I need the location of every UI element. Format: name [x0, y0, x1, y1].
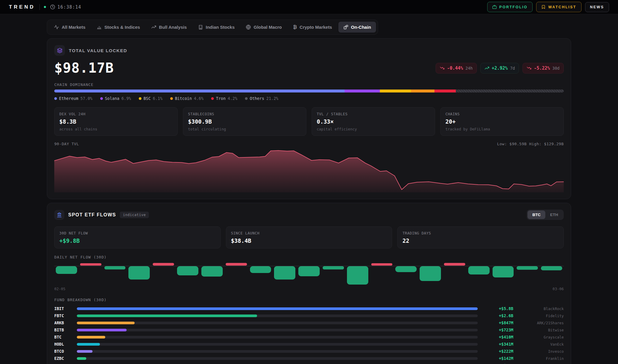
fund-issuer: Invesco [519, 349, 564, 354]
legend-dot [245, 97, 248, 100]
fund-row-bitb: BITB+$723MBitwise [54, 327, 564, 333]
tab-global-macro[interactable]: Global Macro [241, 22, 287, 33]
inflow-bar [468, 266, 490, 274]
tvl-area-fill [54, 151, 564, 192]
stat-card-dex-vol-24h: DEX VOL 24H$8.3Bacross all chains [54, 107, 178, 136]
stat-value: $38.4B [231, 237, 387, 244]
tvl-card: TOTAL VALUE LOCKED $98.17B -0.44%24h+2.9… [47, 38, 571, 199]
inflow-bar [104, 266, 126, 269]
fund-bar-fill [77, 307, 478, 310]
fund-flow-value: +$2.6B [484, 313, 513, 318]
flow-bar-slot [298, 262, 320, 286]
fund-ticker: IBIT [54, 306, 71, 311]
chain-name: Bitcoin [175, 96, 192, 101]
stat-value: +$9.8B [59, 237, 216, 244]
chain-pct: 21.2% [266, 96, 278, 101]
inflow-bar [395, 266, 417, 272]
stat-sub: capital efficiency [317, 127, 430, 131]
toggle-eth[interactable]: ETH [545, 210, 563, 219]
stat-label: TRADING DAYS [402, 231, 559, 235]
news-button[interactable]: NEWS [585, 2, 609, 12]
tab-crypto-markets[interactable]: ₿Crypto Markets [288, 22, 337, 33]
flow-bar-slot [493, 262, 514, 286]
fund-bar-fill [77, 336, 105, 339]
chain-pct: 57.0% [80, 96, 93, 101]
inflow-bar [128, 266, 150, 280]
stat-label: DEX VOL 24H [59, 112, 173, 116]
tab-all-markets[interactable]: All Markets [49, 22, 90, 33]
fund-ticker: BTC [54, 335, 71, 339]
dominance-legend-others: Others21.2% [245, 96, 278, 101]
dominance-legend-solana: Solana6.9% [100, 96, 131, 101]
fund-row-fbtc: FBTC+$2.6BFidelity [54, 313, 564, 319]
fund-flow-value: +$847M [484, 320, 513, 325]
fund-bar-fill [77, 322, 135, 324]
tab-label: Global Macro [254, 25, 282, 30]
bookmark-icon [541, 5, 546, 9]
tab-label: On-Chain [351, 25, 371, 30]
stat-label: STABLECOINS [188, 112, 301, 116]
fund-breakdown-label: FUND BREAKDOWN (30D) [54, 298, 564, 302]
change-value: -0.44% [447, 66, 463, 71]
stat-card-since-launch: SINCE LAUNCH$38.4B [226, 226, 392, 248]
fund-row-ibit: IBIT+$5.8BBlackRock [54, 306, 564, 312]
fund-issuer: Franklin [519, 356, 564, 361]
tab-label: All Markets [62, 25, 85, 30]
flow-bar-slot [226, 262, 247, 286]
legend-dot [139, 97, 141, 100]
tvl-change-badges: -0.44%24h+2.92%7d-5.22%30d [436, 63, 564, 74]
dominance-legend-ethereum: Ethereum57.0% [54, 96, 93, 101]
fund-bar-fill [77, 350, 93, 353]
flow-bar-slot [395, 262, 417, 286]
inflow-bar [56, 266, 77, 274]
dominance-segment-bitcoin [411, 90, 434, 92]
indicative-badge: indicative [120, 212, 149, 218]
tvl-chart-header: 90-DAY TVL Low: $90.59B High: $129.29B [54, 142, 564, 146]
tab-label: Indian Stocks [206, 25, 235, 30]
topbar-left: TREND 16:38:14 [9, 4, 81, 10]
fund-bar-track [77, 329, 478, 331]
activity-icon [54, 25, 59, 30]
etf-stat-cards: 30D NET FLOW+$9.8BSINCE LAUNCH$38.4BTRAD… [54, 226, 564, 248]
trend-up-mini [485, 66, 489, 71]
trend-down-mini [527, 66, 531, 71]
bitcoin-icon: ₿ [293, 25, 297, 30]
watchlist-label: WATCHLIST [548, 5, 576, 9]
fund-bar-track [77, 314, 478, 317]
portfolio-button[interactable]: PORTFOLIO [487, 2, 533, 12]
dominance-legend-bsc: BSC6.1% [139, 96, 163, 101]
flow-bar-slot [104, 262, 126, 286]
topbar-actions: PORTFOLIO WATCHLIST NEWS [487, 2, 609, 12]
chain-name: Tron [216, 96, 226, 101]
brand-logo: TREND [9, 4, 35, 10]
fund-row-ezbc: EZBC+$142MFranklin [54, 355, 564, 361]
flow-bar-slot [541, 262, 562, 286]
tab-indian-stocks[interactable]: Indian Stocks [193, 22, 240, 33]
tab-bull-analysis[interactable]: Bull Analysis [146, 22, 192, 33]
flow-bar-slot [177, 262, 198, 286]
flow-bar-slot [347, 262, 368, 286]
outflow-bar [226, 263, 247, 266]
fund-bar-fill [77, 329, 127, 331]
tab-stocks-indices[interactable]: Stocks & Indices [92, 22, 145, 33]
inflow-bar [323, 266, 344, 269]
live-indicator-dot [44, 6, 46, 8]
trending-up-icon [151, 25, 156, 30]
fund-ticker: EZBC [54, 356, 71, 361]
flow-bar-slot [201, 262, 223, 286]
change-badge-30d: -5.22%30d [523, 63, 564, 74]
daily-net-flow-chart [54, 262, 564, 286]
chain-pct: 6.9% [121, 96, 131, 101]
stat-card-30d-net-flow: 30D NET FLOW+$9.8B [54, 226, 221, 248]
fund-bar-track [77, 336, 478, 339]
inflow-bar [298, 266, 320, 276]
watchlist-button[interactable]: WATCHLIST [536, 2, 581, 12]
stat-value: $300.9B [188, 118, 301, 125]
stat-value: 22 [402, 237, 559, 244]
fund-ticker: FBTC [54, 313, 71, 318]
tab-on-chain[interactable]: On-Chain [338, 22, 376, 33]
stat-label: TVL / STABLES [317, 112, 430, 116]
news-label: NEWS [590, 5, 604, 9]
stat-value: 20+ [445, 118, 559, 125]
toggle-btc[interactable]: BTC [528, 210, 545, 219]
